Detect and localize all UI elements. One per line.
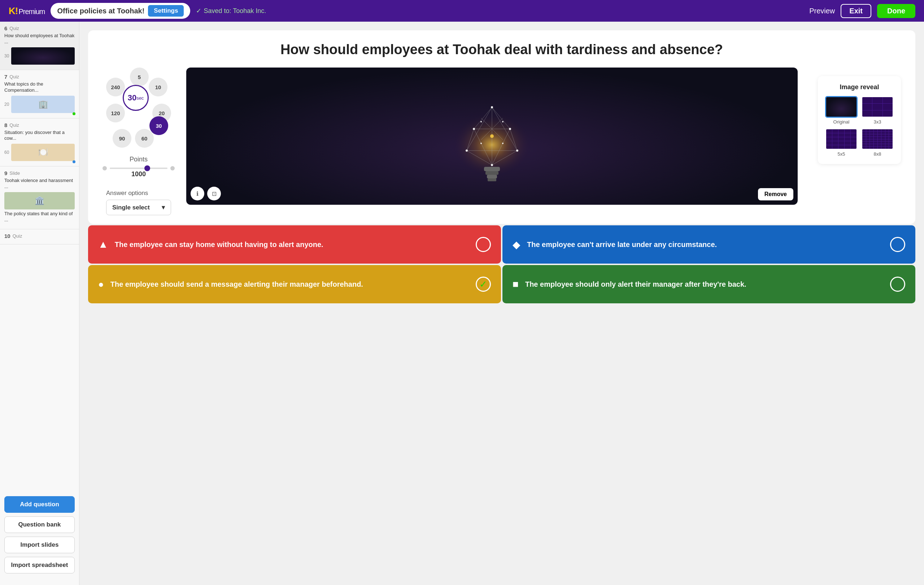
svg-rect-27 [484, 167, 500, 171]
ir-thumb-5x5 [825, 128, 858, 150]
timer-30s-active[interactable]: 30 [149, 116, 168, 135]
preview-button[interactable]: Preview [809, 7, 835, 15]
slide-num-6: 6 [4, 25, 7, 31]
content-area: How should employees at Toohak deal with… [79, 21, 924, 585]
slide-dot-7 [73, 112, 76, 115]
slide-thumb-7: 🏢 [11, 96, 75, 113]
svg-rect-30 [488, 178, 496, 181]
points-track[interactable] [110, 168, 167, 169]
answer-select-2[interactable] [890, 237, 905, 252]
slide-type-10: Quiz [13, 233, 22, 239]
slide-title-9: Toohak violence and harassment ... [4, 178, 75, 190]
quiz-title: Office policies at Toohak! [57, 7, 144, 15]
timer-5s[interactable]: 5 [130, 68, 149, 86]
remove-image-button[interactable]: Remove [758, 188, 793, 200]
ir-label-8x8: 8x8 [874, 151, 881, 157]
slide-thumb-8: 🍽️ [11, 144, 75, 161]
sidebar-item-8[interactable]: 8 Quiz Situation: you discover that a co… [0, 119, 79, 167]
ir-thumb-5x5-inner [826, 129, 856, 149]
sidebar-item-9[interactable]: 9 Slide Toohak violence and harassment .… [0, 167, 79, 229]
quiz-image: ℹ ⊡ Remove [186, 68, 798, 205]
ir-label-3x3: 3x3 [874, 119, 881, 125]
settings-button[interactable]: Settings [148, 5, 184, 17]
slide-title-7: What topics do the Compensation... [4, 81, 75, 94]
svg-point-19 [465, 149, 468, 152]
svg-point-23 [480, 121, 482, 122]
answer-text-3: The employee should send a message alert… [111, 280, 469, 289]
ir-thumb-3x3 [861, 96, 894, 118]
import-slides-button[interactable]: Import slides [4, 537, 75, 553]
bulb-image [186, 68, 798, 205]
sidebar: 6 Quiz How should employees at Toohak ..… [0, 21, 79, 585]
ir-option-3x3[interactable]: 3x3 [861, 96, 894, 125]
question-card: How should employees at Toohak deal with… [88, 30, 915, 224]
answer-card-3[interactable]: ● The employee should send a message ale… [88, 265, 501, 303]
saved-text: Saved to: Toohak Inc. [204, 7, 266, 15]
answer-select-4[interactable] [890, 277, 905, 292]
timer-240s[interactable]: 240 [106, 78, 125, 96]
answer-text-2: The employee can't arrive late under any… [527, 241, 884, 249]
ir-option-5x5[interactable]: 5x5 [825, 128, 858, 157]
add-question-button[interactable]: Add question [4, 496, 75, 513]
image-reveal-panel: Image reveal Original [818, 76, 901, 164]
info-button[interactable]: ℹ [191, 187, 204, 200]
answer-card-1[interactable]: ▲ The employee can stay home without hav… [88, 225, 501, 264]
svg-point-17 [473, 128, 475, 130]
ir-thumb-8x8-inner [862, 129, 893, 149]
crop-button[interactable]: ⊡ [207, 187, 221, 200]
done-button[interactable]: Done [877, 4, 915, 18]
import-spreadsheet-button[interactable]: Import spreadsheet [4, 557, 75, 573]
sidebar-item-7[interactable]: 7 Quiz What topics do the Compensation..… [0, 70, 79, 119]
slide-type-9: Slide [9, 170, 20, 176]
answer-text-1: The employee can stay home without havin… [115, 241, 469, 249]
points-slider[interactable] [102, 166, 175, 170]
image-reveal-title: Image reveal [825, 83, 894, 91]
question-title: How should employees at Toohak deal with… [102, 42, 901, 58]
title-pill[interactable]: Office policies at Toohak! Settings [51, 3, 190, 19]
timer-30s-selected[interactable]: 30sec [123, 85, 149, 111]
timer-60s[interactable]: 60 [135, 129, 154, 148]
lightbulb-svg [445, 78, 539, 194]
answer-select-1[interactable] [476, 237, 491, 252]
timer-90s[interactable]: 90 [112, 129, 131, 148]
ir-thumb-8x8 [861, 128, 894, 150]
sidebar-item-10[interactable]: 10 Quiz [0, 229, 79, 245]
svg-point-24 [502, 121, 503, 122]
saved-indicator: ✓ Saved to: Toohak Inc. [196, 7, 266, 15]
image-reveal-grid: Original [825, 96, 894, 157]
check-icon-3: ✓ [479, 279, 487, 290]
points-thumb[interactable] [144, 165, 150, 171]
slide-num-7: 7 [4, 74, 7, 80]
timer-120s[interactable]: 120 [106, 104, 125, 122]
slide-num-10: 10 [4, 233, 10, 239]
slider-left-dot [102, 166, 107, 170]
single-select-dropdown[interactable]: Single select ▾ [106, 200, 171, 215]
svg-rect-29 [487, 175, 497, 178]
right-panel: Image reveal Original [818, 68, 901, 215]
ir-option-original[interactable]: Original [825, 96, 858, 125]
ir-thumb-3x3-inner [862, 97, 893, 117]
timer-wheel: 5 10 20 240 120 90 60 30sec 30 [102, 68, 175, 147]
sidebar-item-6[interactable]: 6 Quiz How should employees at Toohak ..… [0, 21, 79, 70]
ir-label-5x5: 5x5 [838, 151, 845, 157]
answer-card-2[interactable]: ◆ The employee can't arrive late under a… [502, 225, 915, 264]
answer-icon-4: ■ [513, 278, 519, 290]
sidebar-actions: Add question Question bank Import slides… [0, 492, 79, 578]
answer-card-4[interactable]: ■ The employee should only alert their m… [502, 265, 915, 303]
slide-subtitle-9: The policy states that any kind of ... [4, 211, 75, 223]
svg-point-16 [491, 106, 493, 108]
svg-point-25 [480, 143, 482, 144]
ir-option-8x8[interactable]: 8x8 [861, 128, 894, 157]
answer-select-3[interactable]: ✓ [476, 277, 491, 292]
svg-point-20 [516, 149, 518, 152]
slide-num-8: 8 [4, 122, 7, 128]
ir-label-original: Original [833, 119, 850, 125]
answer-icon-3: ● [98, 279, 104, 290]
chevron-down-icon: ▾ [162, 204, 165, 211]
svg-point-26 [502, 143, 503, 144]
question-bank-button[interactable]: Question bank [4, 516, 75, 533]
timer-10s[interactable]: 10 [149, 78, 167, 96]
exit-button[interactable]: Exit [841, 4, 871, 18]
slide-thumb-9: 🏛️ [4, 192, 75, 210]
svg-rect-28 [485, 171, 498, 175]
